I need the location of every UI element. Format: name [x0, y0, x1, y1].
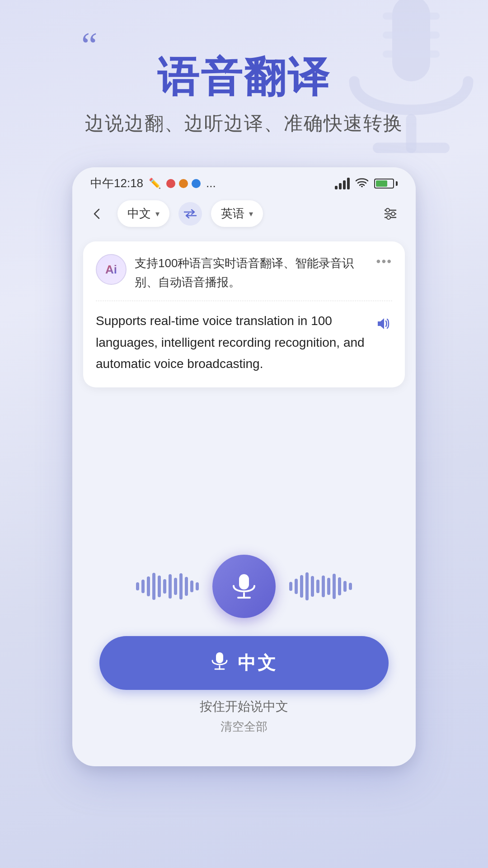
mic-section [72, 541, 416, 627]
phone-mockup: 中午12:18 ✏️ ... [72, 167, 416, 766]
wave-bar [338, 577, 341, 595]
wave-bar [316, 580, 319, 593]
message-divider [96, 301, 392, 301]
wave-bar [295, 579, 298, 594]
message-header: Ai 支持100种语言实时语音翻译、智能录音识别、自动语音播报。 ••• [96, 254, 392, 292]
target-language-selector[interactable]: 英语 ▾ [211, 200, 263, 227]
ai-avatar: Ai [96, 254, 127, 285]
wave-bar [163, 579, 166, 594]
target-lang-label: 英语 [221, 206, 244, 222]
wave-bar [349, 583, 352, 590]
record-button[interactable]: 中文 [99, 636, 389, 690]
status-time: 中午12:18 [90, 175, 143, 191]
header-section: “ 语音翻译 边说边翻、边听边译、准确快速转换 [0, 27, 488, 136]
wave-bar [333, 574, 336, 599]
wave-bar [136, 582, 139, 590]
status-app-icons [166, 179, 201, 188]
wave-bar [152, 573, 155, 600]
wave-bar [185, 577, 188, 596]
app-icon-red [166, 179, 175, 188]
wave-bar [300, 575, 303, 598]
right-waveform [289, 572, 352, 600]
source-language-selector[interactable]: 中文 ▾ [117, 200, 169, 227]
main-mic-button[interactable] [212, 555, 276, 618]
status-icons [335, 177, 398, 190]
svg-rect-13 [239, 574, 249, 590]
back-button[interactable] [86, 203, 108, 225]
wave-bar [158, 576, 161, 597]
wave-bar [141, 580, 145, 593]
svg-point-8 [386, 208, 389, 212]
svg-point-6 [361, 186, 363, 187]
chinese-message-text: 支持100种语言实时语音翻译、智能录音识别、自动语音播报。 [135, 254, 368, 292]
hint-text: 按住开始说中文 [99, 698, 389, 715]
record-mic-icon [211, 651, 229, 675]
wave-bar [179, 573, 183, 599]
wave-bar [322, 576, 325, 597]
svg-rect-3 [383, 13, 440, 20]
wifi-icon [355, 177, 369, 190]
svg-point-10 [391, 212, 395, 216]
app-icon-orange [179, 179, 188, 188]
wave-bar [305, 572, 309, 600]
sub-title: 边说边翻、边听边译、准确快速转换 [27, 111, 461, 136]
more-options-button[interactable]: ••• [376, 254, 392, 269]
english-message-container: Supports real-time voice translation in … [96, 310, 392, 375]
clear-text[interactable]: 清空全部 [99, 719, 389, 735]
wave-bar [169, 574, 172, 599]
wave-bar [174, 578, 177, 595]
empty-content-area [72, 387, 416, 541]
svg-rect-16 [216, 652, 223, 663]
wave-bar [190, 580, 193, 592]
english-message-text: Supports real-time voice translation in … [96, 310, 392, 375]
app-icon-blue [192, 179, 201, 188]
svg-point-12 [387, 216, 390, 219]
signal-bars [335, 178, 350, 189]
wave-bar [327, 578, 330, 595]
wave-bar [196, 582, 199, 590]
wave-bar [289, 582, 292, 591]
status-bar: 中午12:18 ✏️ ... [72, 167, 416, 196]
left-waveform [136, 573, 199, 600]
wave-bar [311, 576, 314, 597]
target-lang-dropdown-icon: ▾ [249, 209, 253, 219]
wave-bar [343, 581, 347, 592]
swap-languages-button[interactable] [178, 202, 202, 226]
settings-button[interactable] [379, 202, 402, 226]
chat-area: Ai 支持100种语言实时语音翻译、智能录音识别、自动语音播报。 ••• Sup… [83, 241, 405, 387]
signal-writing-icon: ✏️ [149, 178, 161, 189]
status-dots: ... [206, 176, 216, 190]
record-label: 中文 [238, 651, 277, 675]
bottom-section: 中文 按住开始说中文 清空全部 [72, 627, 416, 748]
ai-avatar-label: Ai [105, 263, 117, 277]
speaker-button[interactable] [372, 314, 392, 334]
wave-bar [147, 576, 150, 596]
nav-bar: 中文 ▾ 英语 ▾ [72, 196, 416, 234]
source-lang-label: 中文 [127, 206, 151, 222]
source-lang-dropdown-icon: ▾ [155, 209, 160, 219]
battery-icon [374, 179, 398, 189]
